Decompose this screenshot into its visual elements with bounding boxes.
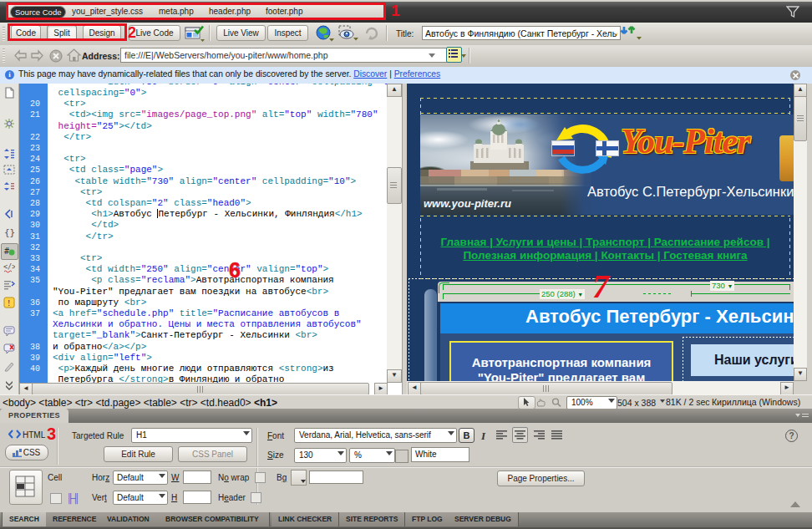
svg-text:#: # (4, 247, 9, 256)
svg-text:</>: </> (3, 262, 15, 271)
svg-text:!: ! (8, 298, 10, 308)
svg-text:{}: {} (4, 227, 15, 238)
